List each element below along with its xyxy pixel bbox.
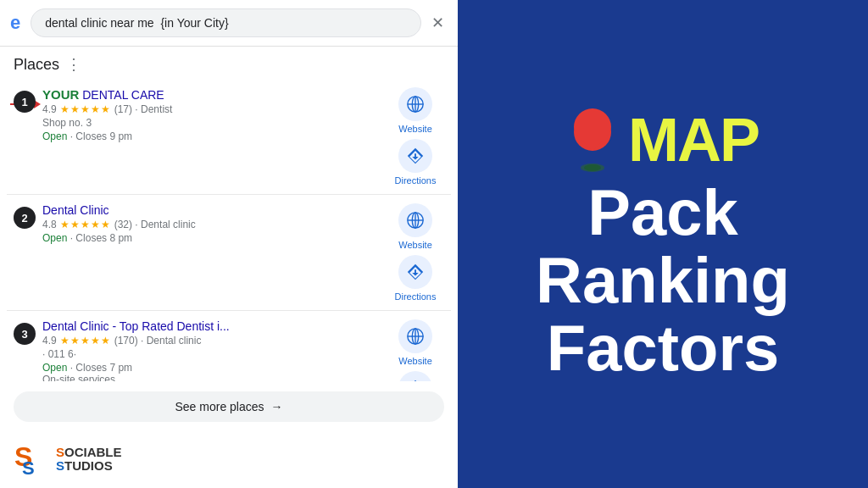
result-rating-3: 4.9 ★★★★★ (170) · Dental clinic	[42, 335, 383, 347]
ss-line1: SOCIABLE	[56, 446, 122, 460]
result-actions-3: Website Directions	[390, 319, 441, 381]
rating-number-1: 4.9	[42, 103, 57, 115]
more-options-icon[interactable]: ⋮	[66, 55, 81, 74]
stars-2: ★★★★★	[60, 219, 111, 230]
result-status-1: Open · Closes 9 pm	[42, 130, 383, 142]
rating-number-2: 4.8	[42, 219, 57, 230]
result-number-2: 2	[14, 207, 36, 229]
result-address-3: · 011 6·	[42, 348, 383, 360]
result-extra-3: On-site services	[42, 374, 383, 381]
see-more-container: See more places →	[0, 381, 458, 432]
result-info-1: YOUR DENTAL CARE 4.9 ★★★★★ (17) · Dentis…	[42, 87, 383, 186]
results-list: 1 YOUR DENTAL CARE 4.9 ★★★★★ (17) · Dent…	[0, 79, 458, 381]
ss-line2: STUDIOS	[56, 459, 122, 474]
ranking-text: Ranking	[536, 248, 790, 313]
svg-point-17	[584, 164, 601, 171]
search-input[interactable]	[31, 8, 421, 37]
open-status-2: Open	[42, 232, 67, 244]
ss-logo-icon: S S	[14, 439, 54, 480]
svg-text:S: S	[22, 458, 35, 479]
right-panel: MAP Pack Ranking Factors	[458, 0, 868, 488]
result-status-3: Open · Closes 7 pm	[42, 362, 383, 374]
directions-button-1[interactable]: Directions	[390, 139, 441, 186]
website-icon-1	[398, 87, 432, 121]
ss-t-char: S	[56, 458, 64, 473]
ss-logo-text: SOCIABLE STUDIOS	[56, 446, 122, 474]
sociable-studios-logo: S S SOCIABLE STUDIOS	[14, 439, 122, 480]
result-item-1: 1 YOUR DENTAL CARE 4.9 ★★★★★ (17) · Dent…	[7, 79, 451, 195]
google-logo: e	[10, 12, 20, 34]
website-label-1: Website	[398, 124, 432, 134]
ss-tudios: TUDIOS	[64, 458, 113, 473]
rating-number-3: 4.9	[42, 335, 57, 347]
directions-icon-2	[398, 255, 432, 289]
result-name-2[interactable]: Dental Clinic	[42, 203, 383, 217]
directions-button-3[interactable]: Directions	[390, 371, 441, 381]
directions-label-1: Directions	[395, 175, 437, 186]
result-name-highlight-1: YOUR	[42, 87, 79, 102]
website-icon-2	[398, 203, 432, 237]
directions-button-2[interactable]: Directions	[390, 255, 441, 302]
ss-s-char: S	[56, 445, 64, 459]
clear-button[interactable]: ✕	[428, 10, 448, 36]
result-status-2: Open · Closes 8 pm	[42, 232, 383, 244]
result-rating-1: 4.9 ★★★★★ (17) · Dentist	[42, 103, 383, 115]
review-count-3: (170) · Dental clinic	[114, 335, 202, 347]
result-address-1: Shop no. 3	[42, 117, 383, 129]
result-actions-2: Website Directions	[390, 203, 441, 302]
see-more-arrow: →	[271, 400, 283, 413]
stars-1: ★★★★★	[60, 103, 111, 115]
result-number-3: 3	[14, 323, 36, 345]
result-name-3[interactable]: Dental Clinic - Top Rated Dentist i...	[42, 319, 383, 333]
website-icon-3	[398, 319, 432, 353]
result-name-rest-1: DENTAL CARE	[82, 88, 164, 102]
search-bar: e ✕	[0, 0, 458, 47]
result-info-3: Dental Clinic - Top Rated Dentist i... 4…	[42, 319, 383, 381]
places-header: Places ⋮	[0, 47, 458, 79]
ss-ociable: OCIABLE	[64, 445, 122, 459]
website-label-3: Website	[398, 356, 432, 366]
open-status-3: Open	[42, 362, 67, 374]
review-count-2: (32) · Dental clinic	[114, 219, 196, 230]
see-more-button[interactable]: See more places →	[14, 391, 444, 422]
directions-label-2: Directions	[395, 291, 437, 302]
result-name-1[interactable]: YOUR DENTAL CARE	[42, 87, 383, 102]
website-button-3[interactable]: Website	[390, 319, 441, 366]
open-status-1: Open	[42, 130, 67, 142]
result-item-3: 3 Dental Clinic - Top Rated Dentist i...…	[7, 311, 451, 381]
directions-icon-1	[398, 139, 432, 173]
pack-text: Pack	[587, 180, 738, 245]
website-button-1[interactable]: Website	[390, 87, 441, 134]
website-button-2[interactable]: Website	[390, 203, 441, 250]
review-count-1: (17) · Dentist	[114, 103, 173, 115]
result-item-2: 2 Dental Clinic 4.8 ★★★★★ (32) · Dental …	[7, 195, 451, 311]
places-title: Places	[14, 56, 59, 74]
logo-area: S S SOCIABLE STUDIOS	[0, 432, 458, 488]
directions-icon-3	[398, 371, 432, 381]
result-actions-1: Website Directions	[390, 87, 441, 186]
result-rating-2: 4.8 ★★★★★ (32) · Dental clinic	[42, 219, 383, 230]
stars-3: ★★★★★	[60, 335, 111, 347]
result-info-2: Dental Clinic 4.8 ★★★★★ (32) · Dental cl…	[42, 203, 383, 302]
map-title: MAP	[628, 109, 759, 170]
website-label-2: Website	[398, 240, 432, 250]
result-number-1: 1	[14, 91, 36, 113]
map-heading-row: MAP	[567, 108, 759, 172]
map-pin-icon	[567, 108, 618, 172]
see-more-label: See more places	[175, 400, 264, 413]
factors-text: Factors	[547, 316, 780, 380]
left-panel: e ✕ Places ⋮ 1 YOUR DENTAL CARE 4.9 ★★★★…	[0, 0, 458, 488]
